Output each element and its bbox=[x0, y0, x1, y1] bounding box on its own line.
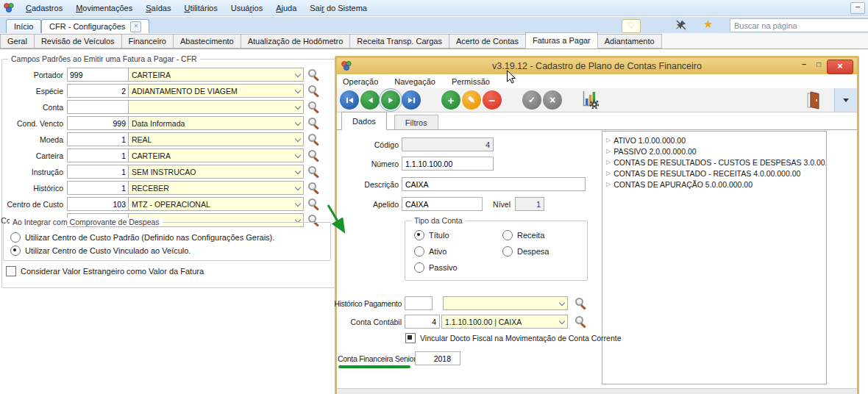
search-lookup-icon[interactable] bbox=[307, 117, 320, 129]
carteira-code-input[interactable] bbox=[67, 148, 129, 162]
menu-ajuda[interactable]: Ajuda bbox=[269, 1, 303, 15]
exit-door-button[interactable] bbox=[806, 91, 821, 111]
tab-dados[interactable]: Dados bbox=[341, 112, 387, 130]
tab-geral[interactable]: Geral bbox=[0, 34, 35, 49]
centro-custo-code-input[interactable] bbox=[67, 197, 129, 211]
search-lookup-icon[interactable] bbox=[307, 149, 320, 162]
tab-atualizacao-de-hodometro[interactable]: Atualização de Hodômetro bbox=[241, 34, 351, 49]
conta-combo[interactable] bbox=[129, 100, 304, 114]
menu-sair-do-sistema[interactable]: Sair do Sistema bbox=[303, 1, 374, 15]
numero-input[interactable] bbox=[402, 157, 494, 171]
chevron-down-icon[interactable] bbox=[292, 68, 303, 81]
radio-centro-custo-padrao[interactable]: Utilizar Centro de Custo Padrão (Definid… bbox=[10, 232, 274, 243]
search-lookup-icon[interactable] bbox=[574, 315, 587, 328]
chevron-down-icon[interactable] bbox=[292, 149, 303, 162]
dialog-minimize-button[interactable]: – bbox=[798, 60, 810, 68]
expand-icon[interactable] bbox=[606, 137, 611, 143]
radio-receita[interactable]: Receita bbox=[502, 230, 544, 240]
moeda-combo[interactable]: REAL bbox=[129, 132, 304, 146]
apelido-input[interactable] bbox=[402, 197, 483, 211]
chevron-down-icon[interactable] bbox=[556, 315, 567, 328]
chevron-down-icon[interactable] bbox=[292, 133, 303, 146]
especie-code-input[interactable] bbox=[67, 84, 129, 98]
conta-financeira-senior-input[interactable] bbox=[415, 351, 460, 365]
checkbox-icon[interactable] bbox=[6, 266, 16, 276]
dialog-maximize-button[interactable]: □ bbox=[813, 60, 825, 68]
edit-record-button[interactable]: ✎ bbox=[462, 90, 481, 110]
historico-pagamento-combo[interactable] bbox=[443, 296, 568, 310]
chevron-down-icon[interactable] bbox=[292, 198, 303, 210]
report-chart-settings-button[interactable] bbox=[581, 90, 599, 110]
next-record-button[interactable] bbox=[381, 90, 400, 110]
radio-checked-icon[interactable] bbox=[10, 246, 21, 256]
tree-item-custos-despesas[interactable]: CONTAS DE RESULTADOS - CUSTOS E DESPESAS… bbox=[602, 157, 826, 168]
conta-contabil-combo[interactable]: 1.1.10.100.00 | CAIXA bbox=[441, 315, 568, 329]
confirm-button[interactable]: ✓ bbox=[522, 90, 541, 110]
menu-operacao[interactable]: Operação bbox=[341, 76, 386, 87]
instrucao-code-input[interactable] bbox=[67, 165, 129, 179]
radio-centro-custo-vinculado[interactable]: Utilizar Centro de Custo Vinculado ao Ve… bbox=[10, 246, 191, 256]
historico-pagamento-code-input[interactable] bbox=[405, 296, 433, 310]
search-lookup-icon[interactable] bbox=[307, 198, 320, 210]
delete-record-button[interactable]: − bbox=[483, 90, 502, 110]
search-lookup-icon[interactable] bbox=[307, 182, 320, 194]
dialog-title-bar[interactable]: v3.19.12 - Cadastro de Plano de Contas F… bbox=[337, 58, 857, 74]
historico-combo[interactable]: RECEBER bbox=[129, 181, 304, 195]
conta-contabil-code-input[interactable] bbox=[405, 315, 440, 329]
portador-code-input[interactable] bbox=[67, 68, 129, 82]
radio-icon[interactable] bbox=[414, 246, 424, 257]
expand-icon[interactable] bbox=[606, 170, 611, 176]
descricao-input[interactable] bbox=[402, 177, 586, 191]
tab-faturas-a-pagar[interactable]: Faturas a Pagar bbox=[525, 32, 598, 49]
conta-code-input[interactable] bbox=[67, 100, 129, 114]
menu-permissao[interactable]: Permissão bbox=[449, 76, 498, 87]
tab-adiantamento[interactable]: Adiantamento bbox=[597, 34, 662, 49]
radio-icon[interactable] bbox=[10, 232, 21, 243]
tab-cfr-configuracoes[interactable]: CFR - Configurações × bbox=[41, 19, 149, 33]
menu-saidas[interactable]: Saídas bbox=[139, 1, 177, 15]
toolbar-more-dropdown[interactable] bbox=[834, 88, 857, 112]
expand-icon[interactable] bbox=[606, 148, 611, 154]
checkbox-checked-icon[interactable] bbox=[405, 333, 416, 343]
search-lookup-icon[interactable] bbox=[307, 165, 320, 178]
pin-disabled-icon[interactable] bbox=[675, 19, 687, 31]
window-minimize-button[interactable]: – bbox=[850, 2, 865, 14]
radio-icon[interactable] bbox=[502, 230, 513, 240]
especie-combo[interactable]: ADIANTAMENTO DE VIAGEM bbox=[129, 84, 304, 98]
tree-item-passivo[interactable]: PASSIVO 2.0.00.000.00 bbox=[602, 146, 826, 157]
menu-navegacao[interactable]: Navegação bbox=[392, 76, 444, 87]
radio-despesa[interactable]: Despesa bbox=[502, 246, 549, 257]
cond-vencto-combo[interactable]: Data Informada bbox=[129, 116, 304, 130]
menu-cadastros[interactable]: Cadastros bbox=[19, 1, 69, 15]
tree-item-ativo[interactable]: ATIVO 1.0.00.000.00 bbox=[602, 135, 826, 146]
search-lookup-icon[interactable] bbox=[307, 101, 320, 113]
tree-item-receitas[interactable]: CONTAS DE RESULTADO - RECEITAS 4.0.00.00… bbox=[602, 168, 826, 179]
close-tab-icon[interactable]: × bbox=[130, 21, 141, 32]
radio-icon[interactable] bbox=[414, 262, 424, 273]
dialog-close-button[interactable]: × bbox=[827, 60, 853, 74]
search-lookup-icon[interactable] bbox=[307, 133, 320, 146]
historico-code-input[interactable] bbox=[67, 181, 129, 195]
checkbox-vincular-docto-fiscal[interactable]: Vincular Docto Fiscal na Movimentação de… bbox=[405, 333, 622, 343]
radio-icon[interactable] bbox=[502, 246, 513, 257]
cond-vencto-code-input[interactable] bbox=[67, 116, 129, 130]
checkbox-valor-estrangeiro[interactable]: Considerar Valor Estrangeiro como Valor … bbox=[6, 266, 204, 276]
moeda-code-input[interactable] bbox=[67, 132, 129, 146]
cancel-button[interactable]: × bbox=[543, 90, 562, 110]
carteira-combo[interactable]: CARTEIRA bbox=[129, 148, 304, 162]
tab-abastecimento[interactable]: Abastecimento bbox=[173, 34, 241, 49]
chevron-down-icon[interactable] bbox=[292, 101, 303, 113]
radio-passivo[interactable]: Passivo bbox=[414, 262, 458, 273]
tree-item-apuracao[interactable]: CONTAS DE APURAÇÃO 5.0.00.000.00 bbox=[602, 179, 826, 190]
add-record-button[interactable]: + bbox=[441, 90, 460, 110]
portador-combo[interactable]: CARTEIRA bbox=[129, 68, 304, 82]
radio-ativo[interactable]: Ativo bbox=[414, 246, 447, 257]
chevron-down-icon[interactable] bbox=[292, 165, 303, 178]
favorite-heart-button[interactable]: ♡ bbox=[622, 19, 641, 33]
tab-filtros[interactable]: Filtros bbox=[394, 115, 438, 129]
tab-receita-transp-cargas[interactable]: Receita Transp. Cargas bbox=[349, 34, 449, 49]
tab-acerto-de-contas[interactable]: Acerto de Contas bbox=[449, 34, 526, 49]
menu-movimentacoes[interactable]: Movimentações bbox=[69, 1, 139, 15]
search-lookup-icon[interactable] bbox=[307, 85, 320, 97]
expand-icon[interactable] bbox=[606, 181, 611, 187]
